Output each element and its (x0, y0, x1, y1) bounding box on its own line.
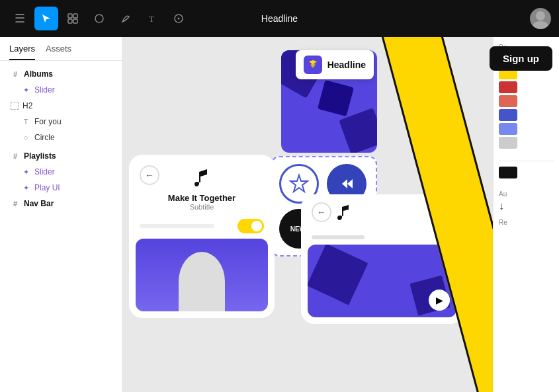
person-silhouette (179, 252, 225, 311)
left-panel: Layers Assets # Albums ✦ Slider H2 T For… (0, 37, 122, 392)
arrow-down-icon: ↓ (499, 200, 554, 212)
auto-label: Au (499, 190, 554, 198)
headline-icon-bg (304, 56, 322, 74)
svg-rect-0 (68, 14, 72, 18)
circle-icon-layer: ○ (21, 134, 30, 141)
tab-assets[interactable]: Assets (46, 44, 71, 60)
toggle-row (129, 219, 275, 233)
play-button[interactable]: ▶ (429, 290, 450, 311)
component-icon-3: ✦ (21, 184, 30, 192)
grid-icon[interactable] (61, 7, 85, 30)
tab-layers[interactable]: Layers (9, 44, 35, 60)
main-layout: Layers Assets # Albums ✦ Slider H2 T For… (0, 37, 559, 392)
back-button[interactable]: ← (140, 165, 159, 185)
cursor-icon[interactable] (34, 7, 58, 30)
pen-icon[interactable] (114, 7, 138, 30)
layer-item-slider-1[interactable]: ✦ Slider (0, 82, 122, 98)
right-panel: De Co Au ↓ Re (493, 37, 559, 392)
layer-item-h2[interactable]: H2 (0, 98, 122, 114)
hash-icon: # (11, 70, 20, 78)
color-swatch-salmon[interactable] (499, 95, 517, 107)
svg-marker-10 (290, 175, 308, 192)
color-swatches (499, 67, 554, 149)
hash-icon-2: # (11, 152, 20, 160)
svg-rect-2 (68, 19, 72, 23)
page-title: Headline (261, 13, 298, 24)
ellipse-icon[interactable] (87, 7, 111, 30)
placeholder-bar (312, 235, 365, 239)
layer-item-for-you[interactable]: T For you (0, 114, 122, 130)
signup-button[interactable]: Sign up (490, 46, 552, 71)
user-avatar[interactable] (530, 8, 551, 29)
headline-panel: Headline (296, 50, 374, 79)
layer-item-navbar[interactable]: # Nav Bar (0, 196, 122, 212)
color-swatch-black[interactable] (499, 167, 517, 178)
svg-rect-3 (73, 19, 77, 23)
secondary-back-btn[interactable]: ← (312, 202, 331, 222)
color-swatch-gray[interactable] (499, 137, 517, 149)
text-icon-layer: T (21, 118, 30, 126)
canvas-area: Headline NEW! (122, 37, 493, 392)
card-title: Make It Together (168, 193, 236, 203)
secondary-album-art: ▶ (308, 245, 456, 317)
layer-item-playlists[interactable]: # Playlists (0, 148, 122, 164)
svg-text:T: T (149, 14, 154, 24)
color-section: Co (499, 58, 554, 149)
comment-icon[interactable] (167, 7, 191, 30)
re-label: Re (499, 219, 554, 226)
color-swatch-light-blue[interactable] (499, 123, 517, 135)
svg-rect-1 (73, 14, 77, 18)
frame-icon (11, 102, 19, 110)
svg-marker-12 (347, 179, 353, 188)
component-icon-2: ✦ (21, 168, 30, 176)
svg-point-9 (533, 21, 548, 29)
layer-item-albums[interactable]: # Albums (0, 66, 122, 82)
svg-point-4 (95, 15, 103, 22)
layer-item-play-ui[interactable]: ✦ Play UI (0, 180, 122, 196)
component-icon-1: ✦ (21, 86, 30, 95)
layer-list: # Albums ✦ Slider H2 T For you ○ Circle (0, 61, 122, 392)
panel-tabs: Layers Assets (0, 37, 122, 61)
toggle-switch[interactable] (237, 219, 264, 233)
card-album-art (136, 239, 268, 311)
auto-section: Au ↓ (499, 190, 554, 212)
headline-label: Headline (327, 59, 366, 70)
hash-icon-3: # (11, 200, 20, 208)
color-swatch-blue[interactable] (499, 109, 517, 121)
main-music-card: ← Make It Together Subtitle (129, 155, 275, 318)
color-swatch-red[interactable] (499, 81, 517, 93)
svg-marker-11 (342, 179, 347, 188)
text-icon[interactable]: T (140, 7, 164, 30)
svg-point-8 (536, 11, 545, 20)
re-section: Re (499, 219, 554, 226)
black-swatch-section (499, 161, 554, 178)
menu-icon[interactable]: ☰ (8, 7, 32, 30)
toolbar: ☰ T Headline (0, 0, 559, 37)
album-art-bg (136, 239, 268, 311)
layer-item-slider-2[interactable]: ✦ Slider (0, 164, 122, 180)
card-subtitle: Subtitle (190, 203, 214, 211)
layer-item-circle[interactable]: ○ Circle (0, 130, 122, 145)
svg-point-7 (178, 18, 180, 20)
